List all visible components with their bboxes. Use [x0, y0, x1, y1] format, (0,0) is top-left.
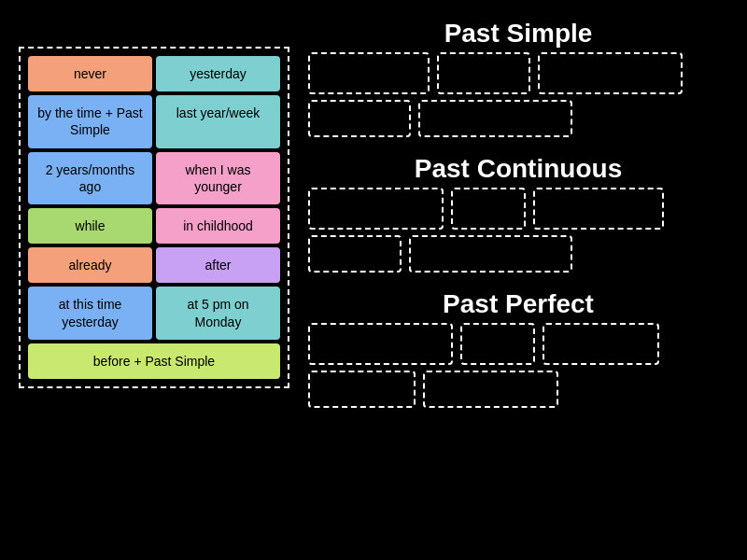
- past-perfect-row1: [308, 323, 728, 365]
- left-panel: never yesterday by the time + Past Simpl…: [19, 47, 289, 388]
- cell-never: never: [28, 56, 152, 91]
- cell-by-the-time: by the time + Past Simple: [28, 95, 152, 147]
- ps-dashed-box-4: [308, 100, 411, 137]
- pc-dashed-box-3: [533, 188, 664, 230]
- past-simple-row2: [308, 100, 728, 137]
- pc-dashed-box-5: [409, 235, 572, 273]
- cell-after: after: [156, 247, 280, 283]
- past-simple-section: Past Simple: [308, 19, 728, 137]
- ps-dashed-box-1: [308, 52, 430, 94]
- pp-dashed-box-4: [308, 371, 416, 408]
- main-container: never yesterday by the time + Past Simpl…: [19, 19, 728, 415]
- past-perfect-section: Past Perfect: [308, 289, 728, 408]
- cell-before-past-simple: before + Past Simple: [28, 343, 280, 379]
- pp-dashed-box-1: [308, 323, 453, 365]
- cell-in-childhood: in childhood: [156, 208, 280, 244]
- past-simple-title: Past Simple: [308, 19, 728, 49]
- ps-dashed-box-3: [538, 52, 683, 94]
- pc-dashed-box-1: [308, 188, 444, 230]
- cell-already: already: [28, 247, 152, 283]
- past-perfect-title: Past Perfect: [308, 289, 728, 319]
- ps-dashed-box-2: [437, 52, 530, 94]
- pc-dashed-box-4: [308, 235, 402, 273]
- pp-dashed-box-2: [460, 323, 535, 365]
- cell-at-this-time: at this time yesterday: [28, 287, 152, 339]
- ps-dashed-box-5: [418, 100, 572, 137]
- cell-2-years-ago: 2 years/months ago: [28, 152, 152, 204]
- cell-at-5pm: at 5 pm on Monday: [156, 287, 280, 339]
- right-panel: Past Simple Past Continuous: [308, 19, 728, 415]
- pc-dashed-box-2: [451, 188, 526, 230]
- cell-when-younger: when I was younger: [156, 152, 280, 204]
- past-continuous-section: Past Continuous: [308, 154, 728, 273]
- cell-yesterday: yesterday: [156, 56, 280, 91]
- past-continuous-row1: [308, 188, 728, 230]
- past-perfect-row2: [308, 371, 728, 408]
- past-simple-row1: [308, 52, 728, 94]
- past-continuous-row2: [308, 235, 728, 273]
- cell-last-year: last year/week: [156, 95, 280, 147]
- pp-dashed-box-5: [423, 371, 558, 408]
- cell-while: while: [28, 208, 152, 244]
- pp-dashed-box-3: [543, 323, 659, 365]
- past-continuous-title: Past Continuous: [308, 154, 728, 184]
